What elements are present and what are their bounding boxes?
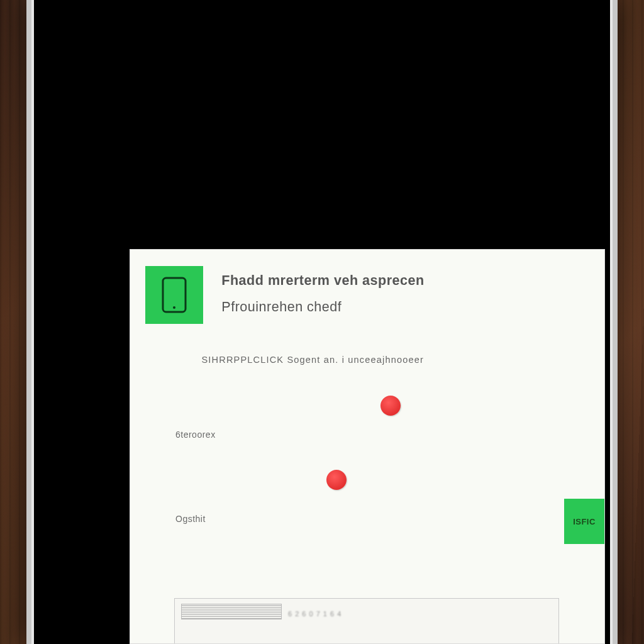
bottom-panel-text: 6 2 6 0 7 1 6 4: [288, 610, 341, 618]
subtitle: Pfrouinrehen chedf: [221, 299, 424, 315]
tablet-frame: Fhadd mrerterm veh asprecen Pfrouinrehen…: [26, 0, 618, 644]
status-dot-1[interactable]: [380, 396, 401, 416]
field-label-2: Ogsthit: [175, 514, 206, 524]
status-dot-2[interactable]: [326, 470, 347, 490]
barcode-icon: [181, 604, 282, 619]
header-text: Fhadd mrerterm veh asprecen Pfrouinrehen…: [219, 266, 426, 315]
tablet-screen: Fhadd mrerterm veh asprecen Pfrouinrehen…: [34, 0, 610, 644]
side-button-label: ISFIC: [573, 517, 596, 526]
app-icon[interactable]: [145, 266, 203, 324]
svg-point-1: [173, 306, 175, 309]
header: Fhadd mrerterm veh asprecen Pfrouinrehen…: [145, 266, 426, 324]
app-window: Fhadd mrerterm veh asprecen Pfrouinrehen…: [130, 249, 605, 644]
device-icon: [161, 276, 187, 314]
title: Fhadd mrerterm veh asprecen: [221, 272, 424, 289]
description-text: SIHRRPPLCLICK Sogent an. i unceeajhnooee…: [201, 354, 423, 365]
side-action-button[interactable]: ISFIC: [564, 499, 604, 544]
field-label-1: 6teroorex: [175, 430, 216, 440]
bottom-panel: 6 2 6 0 7 1 6 4: [174, 598, 559, 643]
